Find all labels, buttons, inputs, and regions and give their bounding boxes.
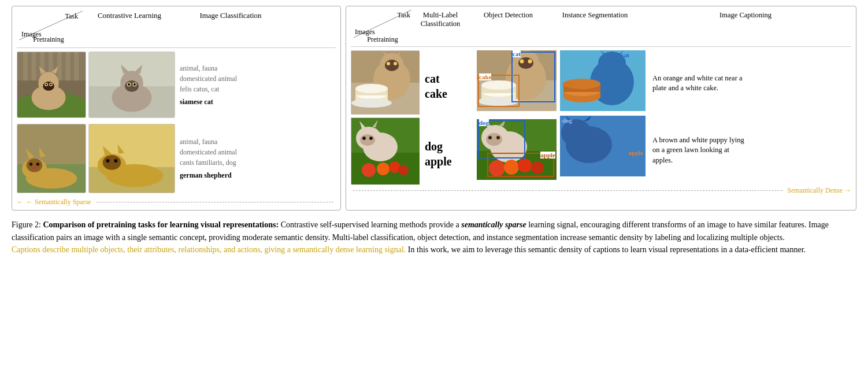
cat-cake-image xyxy=(351,50,419,114)
right-panel: Task Images Pretraining Multi-Label Clas… xyxy=(346,6,856,211)
cat-original-image xyxy=(17,51,86,118)
cat-multilabels: cat cake xyxy=(425,65,472,101)
cake-multilabel: cake xyxy=(425,86,472,101)
svg-point-37 xyxy=(27,158,43,172)
svg-point-76 xyxy=(360,134,375,146)
task-label: Task xyxy=(65,12,79,21)
cat-label-4: siamese cat xyxy=(180,97,293,107)
cat-contrastive-image xyxy=(88,51,175,118)
svg-point-30 xyxy=(133,83,136,86)
svg-rect-3 xyxy=(23,52,28,80)
dog-original-image xyxy=(17,124,86,193)
right-content: cat cake dog apple xyxy=(351,50,851,184)
left-panel: Task Images Pretraining Contrastive Lear… xyxy=(12,6,341,211)
object-detection-col: cat cake xyxy=(477,50,558,184)
dog-label-2: domesticated animal xyxy=(180,147,293,157)
fig-italic-part: semantically sparse xyxy=(461,220,526,229)
semantically-dense-label: Semantically Dense → xyxy=(787,186,851,195)
svg-point-82 xyxy=(377,163,390,175)
contrastive-header: Contrastive Learning xyxy=(80,10,179,45)
svg-rect-7 xyxy=(57,52,62,80)
left-header: Task Images Pretraining Contrastive Lear… xyxy=(17,10,336,48)
dog-multilabel: dog xyxy=(425,139,472,154)
right-task-label: Task xyxy=(398,11,411,20)
svg-point-69 xyxy=(351,98,392,108)
dog-apple-seg: dog apple xyxy=(560,116,646,176)
figure-area: Task Images Pretraining Contrastive Lear… xyxy=(12,6,856,211)
dog-caption: A brown and white puppy lying on a green… xyxy=(652,131,751,166)
dog-row: animal, fauna domesticated animal canis … xyxy=(17,124,336,193)
apple-seg-label: apple xyxy=(628,149,643,156)
svg-point-49 xyxy=(103,155,121,170)
dog-label-1: animal, fauna xyxy=(180,137,293,147)
fig-highlight: Captions describe multiple objects, thei… xyxy=(12,245,406,254)
cat-label-1: animal, fauna xyxy=(180,63,293,73)
svg-point-18 xyxy=(46,84,47,86)
svg-point-62 xyxy=(387,62,390,65)
svg-point-81 xyxy=(362,163,376,177)
cat-bbox-label: cat xyxy=(513,50,521,57)
cake-bbox-label: cake xyxy=(479,73,491,80)
svg-point-42 xyxy=(31,165,38,170)
svg-point-68 xyxy=(355,84,388,93)
right-header: Task Images Pretraining Multi-Label Clas… xyxy=(351,10,851,47)
image-class-header: Image Classification xyxy=(179,10,283,45)
dog-seg-label: dog xyxy=(562,117,572,124)
fig-label: Figure 2: xyxy=(12,220,41,229)
right-images-label: Images xyxy=(355,28,375,36)
dog-apple-detection: dog apple xyxy=(477,119,557,180)
cat-seg-label: cat xyxy=(621,51,629,58)
right-pretraining-header: Task Images Pretraining xyxy=(351,10,414,44)
svg-point-29 xyxy=(128,83,130,86)
semantically-sparse-row: ← ← Semantically Sparse xyxy=(17,198,336,207)
right-images-col xyxy=(351,50,420,184)
semantically-dense-row: Semantically Dense → xyxy=(351,186,851,195)
semantically-sparse-label: ← Semantically Sparse xyxy=(26,198,91,207)
image-captioning-header: Image Captioning xyxy=(640,10,851,44)
dog-label-4: german shepherd xyxy=(180,170,293,180)
svg-point-80 xyxy=(370,138,372,139)
svg-rect-4 xyxy=(32,52,36,80)
instance-seg-col: cat cake xyxy=(560,50,647,184)
left-pretraining-header: Task Images Pretraining xyxy=(17,10,80,45)
cat-row: animal, fauna domesticated animal felis … xyxy=(17,51,336,118)
apple-bbox-label: apple xyxy=(540,152,555,158)
fig-text3: In this work, we aim to leverage this se… xyxy=(408,245,806,254)
cat-label-3: felis catus, cat xyxy=(180,84,293,94)
svg-point-40 xyxy=(30,163,32,165)
svg-point-52 xyxy=(107,160,109,162)
svg-rect-8 xyxy=(66,52,71,80)
sparse-arrow: ← xyxy=(17,198,24,207)
object-detection-header: Object Detection xyxy=(466,10,550,44)
svg-point-26 xyxy=(125,80,139,92)
svg-point-84 xyxy=(398,165,409,175)
dog-multilabels: dog apple xyxy=(425,139,472,169)
fig-bold-part: Comparison of pretraining tasks for lear… xyxy=(43,220,279,229)
image-captioning-col: An orange and white cat near a plate and… xyxy=(649,50,851,184)
cat-cake-detection: cat cake xyxy=(477,50,557,111)
svg-point-19 xyxy=(50,84,52,86)
cat-labels: animal, fauna domesticated animal felis … xyxy=(177,51,293,118)
images-label: Images xyxy=(21,30,42,39)
cake-seg-label: cake xyxy=(562,79,574,86)
cat-label-2: domesticated animal xyxy=(180,73,293,84)
instance-seg-header: Instance Segmentation xyxy=(550,10,640,44)
multilabel-col: cat cake dog apple xyxy=(422,50,474,184)
svg-point-63 xyxy=(394,62,397,65)
svg-rect-9 xyxy=(74,52,79,80)
dog-apple-image xyxy=(351,117,419,184)
dog-labels: animal, fauna domesticated animal canis … xyxy=(177,124,293,193)
figure-caption: Figure 2: Comparison of pretraining task… xyxy=(12,219,856,256)
main-container: Task Images Pretraining Contrastive Lear… xyxy=(12,6,856,256)
svg-point-41 xyxy=(37,163,39,165)
apple-multilabel: apple xyxy=(425,154,472,169)
dog-contrastive-image xyxy=(88,124,175,193)
fig-text1: Contrastive self-supervised learning met… xyxy=(281,220,462,229)
svg-point-53 xyxy=(114,160,117,162)
svg-point-61 xyxy=(385,60,399,71)
dog-bbox-label: dog xyxy=(479,119,489,126)
svg-point-15 xyxy=(43,82,54,91)
cat-multilabel: cat xyxy=(425,71,472,86)
svg-point-79 xyxy=(363,138,365,139)
cat-cake-seg: cat cake xyxy=(560,50,646,111)
